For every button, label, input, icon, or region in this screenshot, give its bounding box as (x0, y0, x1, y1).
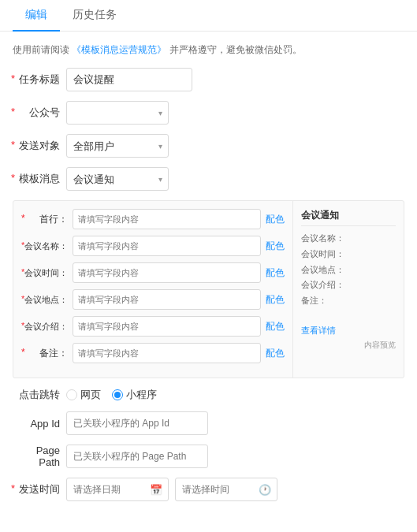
field-color-meeting-time[interactable]: 配色 (266, 266, 285, 280)
field-input-first[interactable] (73, 209, 261, 229)
preview-line-remark: 备注： (301, 293, 396, 309)
field-color-remark[interactable]: 配色 (266, 347, 285, 360)
field-label-meeting-location: 会议地点： (21, 294, 73, 306)
notice-link[interactable]: 《模板消息运营规范》 (72, 44, 166, 55)
page-path-row: Page Path (13, 445, 404, 468)
main-content: 使用前请阅读 《模板消息运营规范》 并严格遵守，避免被微信处罚。 任务标题 公众… (0, 32, 417, 522)
field-label-meeting-name: 会议名称： (21, 240, 73, 252)
account-row: 公众号 ▾ (13, 101, 404, 125)
field-color-first[interactable]: 配色 (266, 213, 285, 226)
send-time-label: 发送时间 (13, 482, 66, 497)
page-path-label: Page Path (13, 445, 66, 468)
template-row: 模板消息 会议通知 其他模板 ▾ (13, 167, 404, 191)
send-time-time-wrap: 🕐 (175, 478, 277, 501)
recipient-select[interactable]: 全部用户 指定用户 (66, 134, 169, 158)
field-label-remark: 备注： (21, 347, 73, 360)
notice-suffix: 并严格遵守，避免被微信处罚。 (169, 44, 302, 55)
notice-bar: 使用前请阅读 《模板消息运营规范》 并严格遵守，避免被微信处罚。 (13, 43, 404, 57)
field-color-meeting-name[interactable]: 配色 (266, 240, 285, 253)
task-title-input[interactable] (66, 68, 192, 91)
recipient-select-wrap: 全部用户 指定用户 ▾ (66, 134, 169, 158)
field-row-meeting-intro: 会议介绍： 配色 (21, 316, 285, 337)
preview-link[interactable]: 查看详情 (301, 325, 396, 337)
send-time-date-wrap: 📅 (66, 478, 169, 501)
field-input-meeting-name[interactable] (73, 236, 261, 256)
field-input-meeting-intro[interactable] (73, 316, 261, 337)
field-label-meeting-time: 会议时间： (21, 267, 73, 279)
jump-label: 点击跳转 (13, 388, 66, 402)
send-time-date-input[interactable] (66, 478, 169, 501)
preview-panel: 会议通知 会议名称： 会议时间： 会议地点： 会议介绍： 备注： 查看详情 内容… (293, 201, 404, 378)
radio-webpage-circle (66, 389, 77, 400)
tab-edit[interactable]: 编辑 (13, 0, 60, 32)
radio-webpage[interactable]: 网页 (66, 388, 101, 402)
field-row-meeting-name: 会议名称： 配色 (21, 236, 285, 256)
field-row-meeting-time: 会议时间： 配色 (21, 262, 285, 283)
field-label-meeting-intro: 会议介绍： (21, 321, 73, 333)
template-select-wrap: 会议通知 其他模板 ▾ (66, 167, 169, 191)
preview-line-meeting-intro: 会议介绍： (301, 277, 396, 293)
radio-miniprogram[interactable]: 小程序 (112, 388, 157, 402)
field-color-meeting-intro[interactable]: 配色 (266, 320, 285, 333)
recipient-label: 发送对象 (13, 139, 66, 153)
radio-miniprogram-circle (112, 389, 123, 400)
jump-radio-group: 网页 小程序 (66, 388, 157, 402)
template-label: 模板消息 (13, 172, 66, 186)
page-path-input[interactable] (66, 445, 208, 468)
task-title-label: 任务标题 (13, 73, 66, 87)
radio-miniprogram-label: 小程序 (126, 388, 157, 402)
recipient-row: 发送对象 全部用户 指定用户 ▾ (13, 134, 404, 158)
field-row-meeting-location: 会议地点： 配色 (21, 289, 285, 310)
account-label: 公众号 (13, 106, 66, 120)
template-select[interactable]: 会议通知 其他模板 (66, 167, 169, 191)
field-row-remark: 备注： 配色 (21, 343, 285, 363)
task-title-row: 任务标题 (13, 68, 404, 91)
notice-prefix: 使用前请阅读 (13, 44, 69, 55)
preview-line-meeting-time: 会议时间： (301, 247, 396, 262)
account-select[interactable] (66, 101, 169, 125)
field-label-first: 首行： (21, 213, 73, 226)
app-id-row: App Id (13, 411, 404, 435)
template-section: 首行： 配色 会议名称： 配色 会议时间： 配色 会议地点： 配色 会议介绍： (13, 200, 404, 378)
app-id-input[interactable] (66, 411, 208, 435)
field-input-remark[interactable] (73, 343, 261, 363)
preview-line-meeting-location: 会议地点： (301, 262, 396, 278)
preview-tag: 内容预览 (301, 340, 396, 351)
tabs-bar: 编辑 历史任务 (0, 0, 417, 32)
jump-section: 点击跳转 网页 小程序 (13, 388, 404, 402)
preview-title: 会议通知 (301, 209, 396, 226)
field-input-meeting-location[interactable] (73, 289, 261, 310)
field-input-meeting-time[interactable] (73, 262, 261, 283)
template-fields-panel: 首行： 配色 会议名称： 配色 会议时间： 配色 会议地点： 配色 会议介绍： (13, 201, 293, 378)
account-select-wrap: ▾ (66, 101, 169, 125)
field-color-meeting-location[interactable]: 配色 (266, 293, 285, 307)
app-id-label: App Id (13, 418, 66, 430)
send-time-time-input[interactable] (175, 478, 277, 501)
radio-webpage-label: 网页 (80, 388, 101, 402)
preview-line-meeting-name: 会议名称： (301, 231, 396, 247)
tab-history[interactable]: 历史任务 (60, 0, 129, 32)
send-time-row: 发送时间 📅 🕐 (13, 478, 404, 501)
field-row-first: 首行： 配色 (21, 209, 285, 229)
